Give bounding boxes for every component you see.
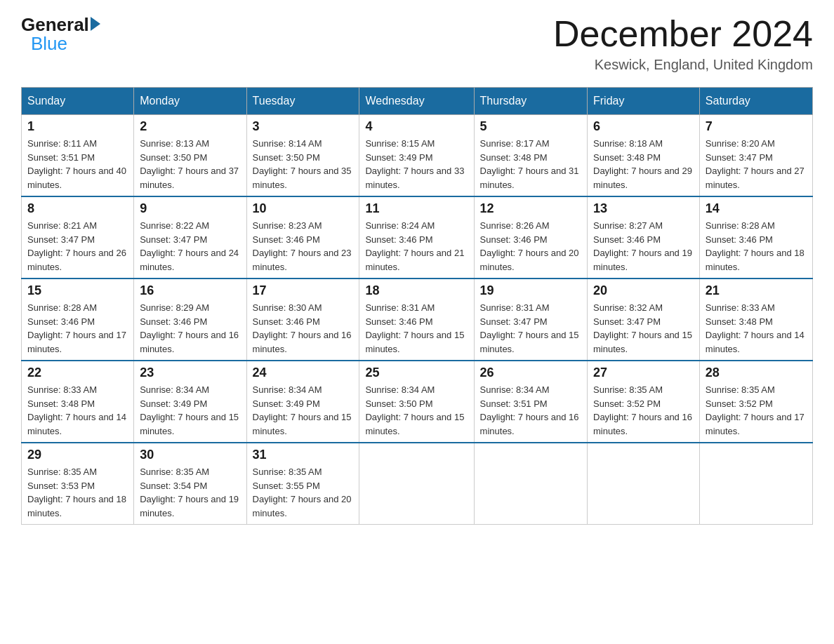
logo-arrow-icon: [91, 17, 100, 31]
day-info: Sunrise: 8:17 AMSunset: 3:48 PMDaylight:…: [480, 137, 581, 192]
day-info: Sunrise: 8:33 AMSunset: 3:48 PMDaylight:…: [27, 383, 128, 438]
table-row: 17Sunrise: 8:30 AMSunset: 3:46 PMDayligh…: [246, 279, 359, 361]
day-number: 18: [365, 283, 468, 298]
table-row: 23Sunrise: 8:34 AMSunset: 3:49 PMDayligh…: [134, 361, 246, 443]
table-row: 5Sunrise: 8:17 AMSunset: 3:48 PMDaylight…: [474, 115, 587, 197]
day-info: Sunrise: 8:22 AMSunset: 3:47 PMDaylight:…: [140, 219, 240, 274]
header-thursday: Thursday: [474, 88, 587, 115]
day-info: Sunrise: 8:35 AMSunset: 3:52 PMDaylight:…: [593, 383, 694, 438]
month-title: December 2024: [553, 14, 813, 54]
table-row: 11Sunrise: 8:24 AMSunset: 3:46 PMDayligh…: [359, 196, 474, 279]
day-info: Sunrise: 8:20 AMSunset: 3:47 PMDaylight:…: [706, 137, 807, 192]
day-info: Sunrise: 8:30 AMSunset: 3:46 PMDaylight:…: [253, 301, 354, 356]
day-info: Sunrise: 8:26 AMSunset: 3:46 PMDaylight:…: [480, 219, 581, 274]
location-subtitle: Keswick, England, United Kingdom: [553, 57, 813, 73]
day-info: Sunrise: 8:29 AMSunset: 3:46 PMDaylight:…: [140, 301, 240, 356]
calendar-week-5: 29Sunrise: 8:35 AMSunset: 3:53 PMDayligh…: [22, 443, 813, 525]
day-info: Sunrise: 8:21 AMSunset: 3:47 PMDaylight:…: [27, 219, 128, 274]
day-info: Sunrise: 8:14 AMSunset: 3:50 PMDaylight:…: [253, 137, 354, 192]
table-row: [474, 443, 587, 525]
day-number: 16: [140, 283, 240, 298]
day-info: Sunrise: 8:34 AMSunset: 3:51 PMDaylight:…: [480, 383, 581, 438]
day-number: 27: [593, 365, 694, 380]
page-header: General Blue December 2024 Keswick, Engl…: [21, 14, 813, 73]
calendar-week-4: 22Sunrise: 8:33 AMSunset: 3:48 PMDayligh…: [22, 361, 813, 443]
day-number: 22: [27, 365, 128, 380]
table-row: 10Sunrise: 8:23 AMSunset: 3:46 PMDayligh…: [246, 196, 359, 279]
day-number: 6: [593, 119, 694, 134]
header-sunday: Sunday: [22, 88, 134, 115]
header-monday: Monday: [134, 88, 246, 115]
day-number: 26: [480, 365, 581, 380]
day-info: Sunrise: 8:15 AMSunset: 3:49 PMDaylight:…: [365, 137, 468, 192]
day-number: 1: [27, 119, 128, 134]
table-row: 15Sunrise: 8:28 AMSunset: 3:46 PMDayligh…: [22, 279, 134, 361]
table-row: 3Sunrise: 8:14 AMSunset: 3:50 PMDaylight…: [246, 115, 359, 197]
day-number: 31: [253, 448, 354, 462]
table-row: 24Sunrise: 8:34 AMSunset: 3:49 PMDayligh…: [246, 361, 359, 443]
day-number: 28: [706, 365, 807, 380]
day-info: Sunrise: 8:13 AMSunset: 3:50 PMDaylight:…: [140, 137, 240, 192]
day-info: Sunrise: 8:35 AMSunset: 3:52 PMDaylight:…: [706, 383, 807, 438]
day-info: Sunrise: 8:27 AMSunset: 3:46 PMDaylight:…: [593, 219, 694, 274]
table-row: 18Sunrise: 8:31 AMSunset: 3:46 PMDayligh…: [359, 279, 474, 361]
logo: General Blue: [21, 14, 100, 55]
day-info: Sunrise: 8:34 AMSunset: 3:49 PMDaylight:…: [140, 383, 240, 438]
day-number: 7: [706, 119, 807, 134]
table-row: 20Sunrise: 8:32 AMSunset: 3:47 PMDayligh…: [588, 279, 700, 361]
day-number: 21: [706, 283, 807, 298]
table-row: 4Sunrise: 8:15 AMSunset: 3:49 PMDaylight…: [359, 115, 474, 197]
table-row: 14Sunrise: 8:28 AMSunset: 3:46 PMDayligh…: [699, 196, 812, 279]
day-number: 14: [706, 201, 807, 216]
table-row: 12Sunrise: 8:26 AMSunset: 3:46 PMDayligh…: [474, 196, 587, 279]
table-row: 2Sunrise: 8:13 AMSunset: 3:50 PMDaylight…: [134, 115, 246, 197]
days-header-row: Sunday Monday Tuesday Wednesday Thursday…: [22, 88, 813, 115]
header-friday: Friday: [588, 88, 700, 115]
day-number: 24: [253, 365, 354, 380]
calendar-week-1: 1Sunrise: 8:11 AMSunset: 3:51 PMDaylight…: [22, 115, 813, 197]
table-row: 22Sunrise: 8:33 AMSunset: 3:48 PMDayligh…: [22, 361, 134, 443]
day-number: 12: [480, 201, 581, 216]
day-number: 15: [27, 283, 128, 298]
day-number: 17: [253, 283, 354, 298]
day-info: Sunrise: 8:28 AMSunset: 3:46 PMDaylight:…: [706, 219, 807, 274]
table-row: 6Sunrise: 8:18 AMSunset: 3:48 PMDaylight…: [588, 115, 700, 197]
day-info: Sunrise: 8:31 AMSunset: 3:47 PMDaylight:…: [480, 301, 581, 356]
day-number: 5: [480, 119, 581, 134]
day-info: Sunrise: 8:31 AMSunset: 3:46 PMDaylight:…: [365, 301, 468, 356]
day-number: 10: [253, 201, 354, 216]
table-row: 1Sunrise: 8:11 AMSunset: 3:51 PMDaylight…: [22, 115, 134, 197]
calendar-week-3: 15Sunrise: 8:28 AMSunset: 3:46 PMDayligh…: [22, 279, 813, 361]
table-row: 8Sunrise: 8:21 AMSunset: 3:47 PMDaylight…: [22, 196, 134, 279]
day-info: Sunrise: 8:23 AMSunset: 3:46 PMDaylight:…: [253, 219, 354, 274]
table-row: 13Sunrise: 8:27 AMSunset: 3:46 PMDayligh…: [588, 196, 700, 279]
table-row: [359, 443, 474, 525]
table-row: [699, 443, 812, 525]
header-tuesday: Tuesday: [246, 88, 359, 115]
title-area: December 2024 Keswick, England, United K…: [553, 14, 813, 73]
day-info: Sunrise: 8:24 AMSunset: 3:46 PMDaylight:…: [365, 219, 468, 274]
day-info: Sunrise: 8:35 AMSunset: 3:55 PMDaylight:…: [253, 465, 354, 520]
table-row: 9Sunrise: 8:22 AMSunset: 3:47 PMDaylight…: [134, 196, 246, 279]
table-row: 30Sunrise: 8:35 AMSunset: 3:54 PMDayligh…: [134, 443, 246, 525]
table-row: 16Sunrise: 8:29 AMSunset: 3:46 PMDayligh…: [134, 279, 246, 361]
day-number: 13: [593, 201, 694, 216]
header-saturday: Saturday: [699, 88, 812, 115]
day-number: 11: [365, 201, 468, 216]
day-number: 30: [140, 448, 240, 462]
day-info: Sunrise: 8:34 AMSunset: 3:49 PMDaylight:…: [253, 383, 354, 438]
table-row: 28Sunrise: 8:35 AMSunset: 3:52 PMDayligh…: [699, 361, 812, 443]
table-row: 25Sunrise: 8:34 AMSunset: 3:50 PMDayligh…: [359, 361, 474, 443]
table-row: 7Sunrise: 8:20 AMSunset: 3:47 PMDaylight…: [699, 115, 812, 197]
calendar-week-2: 8Sunrise: 8:21 AMSunset: 3:47 PMDaylight…: [22, 196, 813, 279]
day-number: 2: [140, 119, 240, 134]
day-number: 3: [253, 119, 354, 134]
day-info: Sunrise: 8:28 AMSunset: 3:46 PMDaylight:…: [27, 301, 128, 356]
day-number: 9: [140, 201, 240, 216]
day-info: Sunrise: 8:32 AMSunset: 3:47 PMDaylight:…: [593, 301, 694, 356]
day-info: Sunrise: 8:11 AMSunset: 3:51 PMDaylight:…: [27, 137, 128, 192]
table-row: 21Sunrise: 8:33 AMSunset: 3:48 PMDayligh…: [699, 279, 812, 361]
day-info: Sunrise: 8:33 AMSunset: 3:48 PMDaylight:…: [706, 301, 807, 356]
day-info: Sunrise: 8:35 AMSunset: 3:54 PMDaylight:…: [140, 465, 240, 520]
table-row: [588, 443, 700, 525]
